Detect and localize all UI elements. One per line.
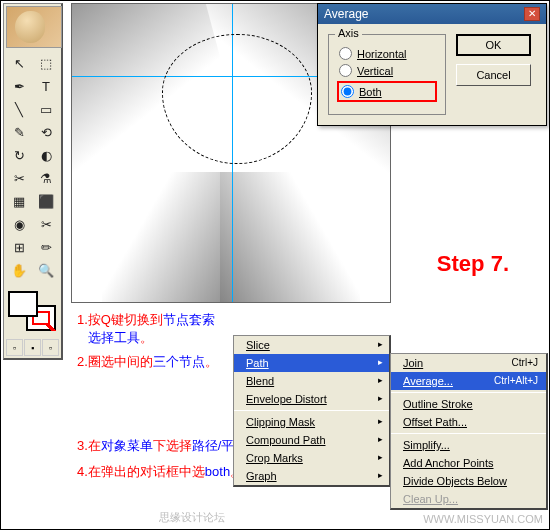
radio-label: Vertical — [357, 65, 393, 77]
submenu-join[interactable]: JoinCtrl+J — [391, 354, 546, 372]
symbol-tool[interactable]: ▦ — [6, 190, 32, 212]
blend-tool[interactable]: ✏ — [33, 236, 59, 258]
toolbox: ↖ ⬚ ✒ T ╲ ▭ ✎ ⟲ ↻ ◐ ✂ ⚗ ▦ ⬛ ◉ ✂ ⊞ ✏ ✋ 🔍 … — [3, 3, 63, 360]
radio-input[interactable] — [339, 47, 352, 60]
pen-tool[interactable]: ✒ — [6, 75, 32, 97]
rotate-tool[interactable]: ↻ — [6, 144, 32, 166]
group-label: Axis — [335, 27, 362, 39]
instruction-1: 1.按Q键切换到节点套索 选择工具。 — [77, 311, 215, 347]
radio-input[interactable] — [341, 85, 354, 98]
mesh-tool[interactable]: ◉ — [6, 213, 32, 235]
watermark: 思缘设计论坛 — [159, 510, 225, 525]
radio-horizontal[interactable]: Horizontal — [339, 47, 435, 60]
path-submenu: JoinCtrl+J Average...Ctrl+Alt+J Outline … — [390, 353, 548, 510]
graph-tool[interactable]: ⬛ — [33, 190, 59, 212]
cancel-button[interactable]: Cancel — [456, 64, 531, 86]
radio-label: Both — [359, 86, 382, 98]
menu-separator — [391, 433, 546, 434]
line-tool[interactable]: ╲ — [6, 98, 32, 120]
paintbrush-tool[interactable]: ✎ — [6, 121, 32, 143]
artwork-shape — [220, 172, 360, 303]
hand-tool[interactable]: ✋ — [6, 259, 32, 281]
step-label: Step 7. — [437, 251, 509, 277]
menu-slice[interactable]: Slice — [234, 336, 389, 354]
direct-select-tool[interactable]: ⬚ — [33, 52, 59, 74]
reflect-tool[interactable]: ◐ — [33, 144, 59, 166]
menu-blend[interactable]: Blend — [234, 372, 389, 390]
shortcut-label: Ctrl+Alt+J — [494, 375, 538, 386]
pencil-tool[interactable]: ⟲ — [33, 121, 59, 143]
dialog-titlebar[interactable]: Average ✕ — [318, 4, 546, 24]
menu-clipping-mask[interactable]: Clipping Mask — [234, 413, 389, 431]
warp-tool[interactable]: ✂ — [6, 167, 32, 189]
mode-3[interactable]: ▫ — [42, 339, 59, 356]
menu-crop-marks[interactable]: Crop Marks — [234, 449, 389, 467]
watermark: WWW.MISSYUAN.COM — [423, 513, 543, 525]
submenu-offset-path[interactable]: Offset Path... — [391, 413, 546, 431]
rectangle-tool[interactable]: ▭ — [33, 98, 59, 120]
radio-vertical[interactable]: Vertical — [339, 64, 435, 77]
tool-grid: ↖ ⬚ ✒ T ╲ ▭ ✎ ⟲ ↻ ◐ ✂ ⚗ ▦ ⬛ ◉ ✂ ⊞ ✏ ✋ 🔍 — [6, 52, 59, 281]
type-tool[interactable]: T — [33, 75, 59, 97]
zoom-tool[interactable]: 🔍 — [33, 259, 59, 281]
instruction-4: 4.在弹出的对话框中选both。 — [77, 463, 243, 481]
ok-button[interactable]: OK — [456, 34, 531, 56]
free-transform-tool[interactable]: ⚗ — [33, 167, 59, 189]
submenu-add-anchor-points[interactable]: Add Anchor Points — [391, 454, 546, 472]
radio-both[interactable]: Both — [337, 81, 437, 102]
axis-group: Axis Horizontal Vertical Both — [328, 34, 446, 115]
submenu-simplify[interactable]: Simplify... — [391, 436, 546, 454]
app-logo — [6, 6, 62, 48]
fill-swatch[interactable] — [8, 291, 38, 317]
menu-graph[interactable]: Graph — [234, 467, 389, 485]
menu-path[interactable]: Path — [234, 354, 389, 372]
gradient-tool[interactable]: ✂ — [33, 213, 59, 235]
menu-compound-path[interactable]: Compound Path — [234, 431, 389, 449]
dialog-title: Average — [324, 7, 368, 21]
mode-2[interactable]: ▪ — [24, 339, 41, 356]
submenu-divide-below[interactable]: Divide Objects Below — [391, 472, 546, 490]
submenu-average[interactable]: Average...Ctrl+Alt+J — [391, 372, 546, 390]
menu-envelope-distort[interactable]: Envelope Distort — [234, 390, 389, 408]
mode-1[interactable]: ▫ — [6, 339, 23, 356]
menu-separator — [391, 392, 546, 393]
selection-tool[interactable]: ↖ — [6, 52, 32, 74]
eyedropper-tool[interactable]: ⊞ — [6, 236, 32, 258]
menu-separator — [234, 410, 389, 411]
submenu-outline-stroke[interactable]: Outline Stroke — [391, 395, 546, 413]
shortcut-label: Ctrl+J — [512, 357, 538, 368]
instruction-2: 2.圈选中间的三个节点。 — [77, 353, 218, 371]
close-icon[interactable]: ✕ — [524, 7, 540, 21]
radio-input[interactable] — [339, 64, 352, 77]
screen-mode-tools: ▫ ▪ ▫ — [6, 339, 59, 356]
context-menu: Slice Path Blend Envelope Distort Clippi… — [233, 335, 391, 487]
average-dialog: Average ✕ Axis Horizontal Vertical Both … — [317, 3, 547, 126]
radio-label: Horizontal — [357, 48, 407, 60]
submenu-clean-up[interactable]: Clean Up... — [391, 490, 546, 508]
color-swatch[interactable] — [6, 287, 59, 335]
